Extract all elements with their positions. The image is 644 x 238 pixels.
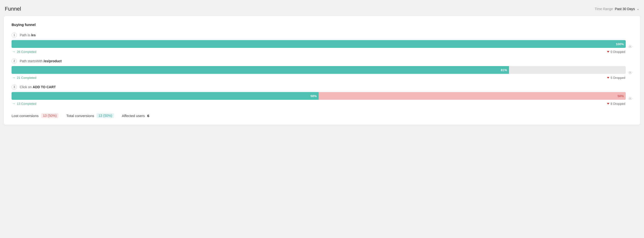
eye-icon-1[interactable]: 👁 xyxy=(628,44,632,49)
funnel-step-3: 3 Click on ADD TO CART 50% 50% → xyxy=(12,84,632,106)
step-description-3: Click on ADD TO CART xyxy=(20,85,56,89)
funnel-step-2: 2 Path startsWith /es/product 81% → 21 C… xyxy=(12,58,632,80)
funnel-step-1: 1 Path is /es 100% → 26 Completed xyxy=(12,32,632,54)
time-range-selector[interactable]: Time Range Past 30 Days ⌄ xyxy=(595,7,639,11)
step-2-bar-teal: 81% xyxy=(12,66,509,74)
step-3-bar-label-pink: 50% xyxy=(618,94,624,98)
dropped-icon xyxy=(607,51,609,53)
step-1-completed: → 26 Completed xyxy=(12,50,36,54)
step-2-bar-label: 81% xyxy=(501,68,507,72)
step-3-bar-label-teal: 50% xyxy=(310,94,317,98)
step-description-1: Path is /es xyxy=(20,33,36,37)
affected-users: Affected users 6 xyxy=(122,114,149,118)
step-3-completed: → 13 Completed xyxy=(12,102,36,106)
funnel-card: Buying funnel 1 Path is /es 100% → 26 Co… xyxy=(4,16,640,125)
lost-label: Lost conversions xyxy=(12,114,39,118)
affected-label: Affected users xyxy=(122,114,145,118)
card-title: Buying funnel xyxy=(12,22,632,27)
step-2-bar: 81% xyxy=(12,66,626,74)
step-2-completed: → 21 Completed xyxy=(12,76,36,80)
step-3-bar-teal: 50% xyxy=(12,92,319,100)
lost-badge: 13 (50%) xyxy=(41,113,59,118)
time-range-value: Past 30 Days xyxy=(615,7,635,11)
total-badge: 13 (50%) xyxy=(96,113,114,118)
step-3-bar-pink: 50% xyxy=(319,92,626,100)
arrow-right-icon-2: → xyxy=(12,76,16,80)
total-label: Total conversions xyxy=(66,114,94,118)
step-1-bar-teal: 100% xyxy=(12,40,626,48)
dropped-icon-3 xyxy=(607,103,609,105)
eye-icon-2[interactable]: 👁 xyxy=(628,70,632,75)
arrow-right-icon: → xyxy=(12,50,16,54)
step-1-dropped: 0 Dropped xyxy=(607,50,625,54)
page-title: Funnel xyxy=(5,6,21,12)
eye-icon-3[interactable]: 👁 xyxy=(628,96,632,101)
summary-row: Lost conversions 13 (50%) Total conversi… xyxy=(12,111,632,118)
step-number-1: 1 xyxy=(12,32,17,38)
time-range-label: Time Range xyxy=(595,7,613,11)
lost-conversions: Lost conversions 13 (50%) xyxy=(12,113,58,118)
step-description-2: Path startsWith /es/product xyxy=(20,59,62,63)
dropped-icon-2 xyxy=(607,77,609,79)
step-number-3: 3 xyxy=(12,84,17,90)
chevron-down-icon: ⌄ xyxy=(637,7,639,10)
step-1-bar: 100% xyxy=(12,40,626,48)
step-2-dropped: 5 Dropped xyxy=(607,76,625,80)
step-number-2: 2 xyxy=(12,58,17,64)
total-conversions: Total conversions 13 (50%) xyxy=(66,113,114,118)
step-1-bar-label: 100% xyxy=(616,42,624,46)
arrow-right-icon-3: → xyxy=(12,102,16,106)
step-3-bar: 50% 50% xyxy=(12,92,626,100)
affected-value: 6 xyxy=(147,114,149,118)
step-3-dropped: 8 Dropped xyxy=(607,102,625,106)
